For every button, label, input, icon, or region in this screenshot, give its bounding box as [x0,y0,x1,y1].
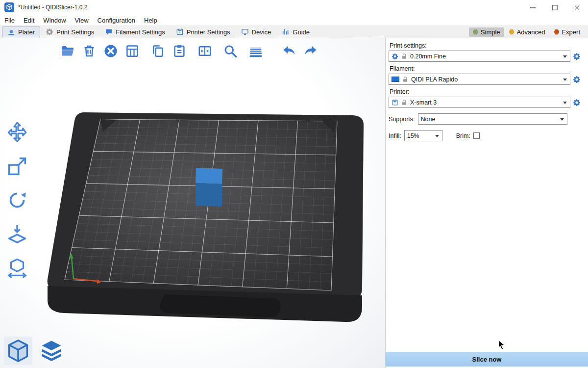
guide-bars-icon [282,28,290,36]
gear-icon [573,99,581,106]
tab-device-label: Device [252,28,271,36]
supports-value: None [421,116,436,123]
device-monitor-icon [241,28,249,36]
maximize-button[interactable] [544,0,566,15]
paste-button[interactable] [169,41,190,61]
slice-now-button[interactable]: Slice now [386,352,588,367]
gear-icon [392,53,398,60]
minimize-button[interactable] [522,0,544,15]
search-button[interactable] [220,41,241,61]
place-on-face-tool-button[interactable] [3,220,31,248]
tab-filament-settings[interactable]: Filament Settings [99,26,170,37]
chevron-down-icon [563,55,567,58]
tab-print-settings-label: Print Settings [56,28,94,36]
tab-device[interactable]: Device [236,26,277,37]
move-icon [6,121,28,144]
menubar: File Edit Window View Configuration Help [0,15,588,26]
arrange-icon [125,44,140,58]
supports-label: Supports: [389,116,415,123]
undo-icon [282,44,296,58]
lock-icon [401,53,408,60]
menu-edit[interactable]: Edit [19,16,39,25]
tab-plater[interactable]: Plater [2,26,40,37]
tab-plater-label: Plater [18,28,35,36]
menu-configuration[interactable]: Configuration [93,16,140,25]
split-icon [197,44,212,58]
printer-combo[interactable]: X-smart 3 [389,97,570,108]
undo-button[interactable] [278,41,300,61]
plater-icon [7,28,15,36]
filament-color-swatch [392,77,399,82]
split-button[interactable] [194,41,216,61]
window-controls [522,0,588,15]
open-folder-icon [60,44,75,58]
menu-file[interactable]: File [0,16,19,25]
tab-guide[interactable]: Guide [276,26,315,37]
brim-label: Brim: [456,132,470,139]
scale-tool-button[interactable] [3,153,31,180]
measure-tool-button[interactable] [3,254,31,282]
printer-icon [392,99,398,106]
chevron-down-icon [435,135,439,137]
rotate-icon [6,189,28,211]
delete-all-button[interactable] [100,41,122,61]
mode-simple[interactable]: Simple [469,27,504,37]
tab-print-settings[interactable]: Print Settings [40,26,99,37]
print-settings-combo[interactable]: 0.20mm Fine [389,51,570,62]
arrange-button[interactable] [122,41,143,61]
chevron-down-icon [563,79,567,81]
model-cube[interactable] [196,168,222,207]
infill-value: 15% [407,132,419,139]
rotate-tool-button[interactable] [3,186,31,214]
filament-gear-button[interactable] [570,76,583,83]
redo-icon [303,44,318,58]
print-settings-gear-button[interactable] [570,53,583,60]
qidislicer-window: *Untitled - QIDISlicer-1.0.2 File Edit W… [0,0,588,368]
editor-3d-view-button[interactable] [4,337,32,365]
move-tool-button[interactable] [3,119,31,146]
lock-icon [402,76,409,83]
filament-combo[interactable]: QIDI PLA Rapido [389,74,570,85]
filament-bubble-icon [105,28,113,36]
redo-button[interactable] [300,41,321,61]
place-on-face-icon [6,223,28,245]
titlebar: *Untitled - QIDISlicer-1.0.2 [0,0,588,15]
mode-simple-label: Simple [481,28,500,36]
gear-icon [46,28,53,36]
print-bed-scene [0,38,385,368]
close-button[interactable] [566,0,588,15]
supports-combo[interactable]: None [418,113,567,125]
tab-guide-label: Guide [293,28,310,36]
gizmo-toolbar [3,119,31,282]
mode-expert-label: Expert [562,28,580,36]
brim-checkbox[interactable] [473,132,480,139]
paste-icon [172,44,187,58]
variable-layer-height-button[interactable] [245,41,267,61]
tab-printer-settings-label: Printer Settings [187,28,230,36]
simple-mode-dot-icon [473,29,478,35]
copy-button[interactable] [147,41,169,61]
open-button[interactable] [57,41,78,61]
mode-expert[interactable]: Expert [550,27,584,37]
infill-combo[interactable]: 15% [404,130,442,141]
printer-label: Printer: [390,88,583,95]
printer-gear-button[interactable] [570,99,583,106]
chevron-down-icon [563,102,567,104]
trash-icon [82,44,97,58]
mode-advanced[interactable]: Advanced [505,27,549,37]
advanced-mode-dot-icon [509,29,514,35]
view-toggles [4,337,66,365]
filament-value: QIDI PLA Rapido [411,76,458,83]
menu-view[interactable]: View [71,16,93,25]
viewport-3d[interactable] [0,38,385,368]
mode-selector: Simple Advanced Expert [469,27,588,37]
preview-layers-view-button[interactable] [37,337,66,365]
tab-filament-settings-label: Filament Settings [116,28,165,36]
menu-help[interactable]: Help [140,16,162,25]
delete-button[interactable] [78,41,100,61]
app-logo-icon [4,2,14,12]
tab-printer-settings[interactable]: Printer Settings [171,26,236,37]
menu-window[interactable]: Window [39,16,70,25]
lock-icon [401,99,408,106]
preview-layers-icon [39,338,64,364]
